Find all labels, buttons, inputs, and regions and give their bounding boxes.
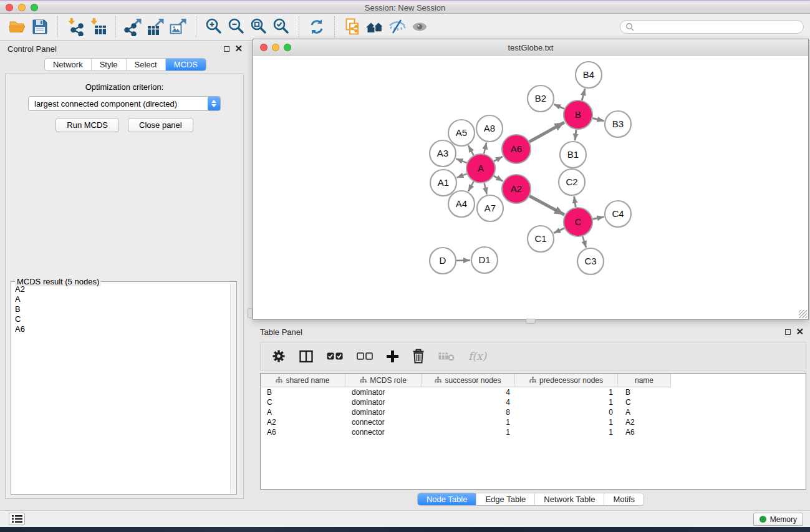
table-row[interactable]: Cdominator41C (261, 397, 806, 407)
network-node-A1[interactable]: A1 (430, 170, 456, 196)
table-cell[interactable]: B (618, 388, 671, 397)
network-edge-B-B2[interactable] (554, 104, 564, 109)
refresh-view-button[interactable] (306, 16, 328, 38)
column-header-predecessor-nodes[interactable]: predecessor nodes (515, 374, 618, 387)
column-header-successor-nodes[interactable]: successor nodes (422, 374, 515, 387)
table-cell[interactable]: A (618, 408, 671, 417)
open-session-button[interactable] (6, 16, 29, 38)
vertical-splitter-grip[interactable] (248, 308, 253, 318)
tab-mcds[interactable]: MCDS (165, 59, 206, 70)
import-network-button[interactable] (64, 16, 87, 38)
network-canvas[interactable]: B4B2BB3B1A5A8A3A6AA1A2A4A7C2CC4C1C3DD1 (253, 56, 808, 319)
mcds-list-scrollbar[interactable] (230, 283, 236, 493)
table-cell[interactable]: A (261, 408, 345, 417)
save-session-button[interactable] (29, 16, 51, 38)
network-node-C[interactable]: C (564, 208, 592, 236)
close-panel-button[interactable]: Close panel (128, 118, 193, 132)
tab-edge-table[interactable]: Edge Table (476, 493, 534, 505)
table-cell[interactable]: 1 (515, 428, 618, 437)
column-header-shared-name[interactable]: shared name (261, 374, 345, 387)
zoom-out-button[interactable] (225, 16, 248, 38)
network-edge-C-C3[interactable] (582, 236, 586, 248)
network-edge-B-B1[interactable] (575, 130, 576, 140)
tab-select[interactable]: Select (126, 59, 165, 70)
tab-network[interactable]: Network (45, 59, 91, 70)
table-cell[interactable]: A6 (618, 428, 671, 437)
mcds-result-item[interactable]: A6 (15, 324, 229, 334)
table-cell[interactable]: 1 (422, 418, 515, 427)
table-cell[interactable]: 4 (422, 398, 515, 407)
tab-network-table[interactable]: Network Table (534, 493, 604, 505)
table-cell[interactable]: 1 (422, 428, 515, 437)
table-cell[interactable]: dominator (345, 408, 422, 417)
column-header-name[interactable]: name (618, 374, 671, 387)
table-cell[interactable]: C (618, 398, 671, 407)
table-row[interactable]: Bdominator41B (261, 387, 806, 397)
zoom-selected-button[interactable] (270, 16, 292, 38)
network-edge-C-C2[interactable] (574, 196, 576, 208)
close-panel-icon[interactable]: ✕ (796, 329, 804, 335)
table-cell[interactable]: 1 (515, 398, 618, 407)
export-image-button[interactable] (167, 16, 190, 38)
network-node-C2[interactable]: C2 (559, 169, 585, 195)
table-cell[interactable]: A2 (261, 418, 345, 427)
split-panel-button[interactable] (299, 347, 313, 365)
network-window-titlebar[interactable]: testGlobe.txt (253, 39, 808, 56)
table-cell[interactable]: A2 (618, 418, 671, 427)
network-node-A7[interactable]: A7 (477, 195, 503, 221)
network-node-A6[interactable]: A6 (502, 135, 531, 163)
network-edge-A-A1[interactable] (457, 174, 467, 178)
show-all-button[interactable] (408, 16, 431, 38)
select-all-button[interactable] (327, 347, 343, 365)
mcds-result-item[interactable]: B (15, 304, 229, 314)
network-node-B[interactable]: B (564, 100, 592, 129)
network-edge-A-A7[interactable] (485, 183, 487, 194)
network-node-D1[interactable]: D1 (471, 247, 498, 273)
duplicate-network-button[interactable] (341, 16, 364, 38)
table-row[interactable]: A6connector11A6 (261, 427, 806, 437)
zoom-in-button[interactable] (203, 16, 225, 38)
table-cell[interactable]: C (261, 398, 345, 407)
network-node-C1[interactable]: C1 (528, 226, 554, 252)
mcds-result-item[interactable]: A (15, 294, 229, 304)
deselect-all-button[interactable] (357, 347, 373, 365)
table-cell[interactable]: A6 (261, 428, 345, 437)
table-settings-button[interactable] (272, 347, 286, 365)
column-header-MCDS-role[interactable]: MCDS role (345, 374, 422, 387)
network-node-A8[interactable]: A8 (476, 115, 503, 142)
network-node-C4[interactable]: C4 (605, 201, 631, 227)
zoom-fit-button[interactable] (248, 16, 270, 38)
network-node-B4[interactable]: B4 (576, 62, 602, 88)
table-cell[interactable]: dominator (345, 388, 422, 397)
import-table-button[interactable] (87, 16, 109, 38)
network-edge-A-A5[interactable] (468, 145, 474, 155)
network-edge-A-A6[interactable] (494, 157, 503, 162)
network-edge-C-C4[interactable] (593, 217, 604, 220)
task-history-button[interactable] (9, 513, 25, 525)
mcds-result-item[interactable]: A2 (15, 284, 229, 294)
optimization-criterion-select[interactable]: largest connected component (directed) (28, 96, 221, 111)
network-edge-A-A3[interactable] (456, 158, 466, 163)
float-panel-icon[interactable] (785, 329, 791, 335)
horizontal-splitter-grip[interactable] (526, 319, 536, 324)
table-cell[interactable]: dominator (345, 398, 422, 407)
network-edge-A-A8[interactable] (484, 143, 486, 154)
tab-style[interactable]: Style (91, 59, 126, 70)
network-edge-A-A4[interactable] (468, 181, 474, 191)
network-node-A5[interactable]: A5 (448, 120, 475, 146)
table-cell[interactable]: 8 (422, 408, 515, 417)
network-node-B1[interactable]: B1 (560, 142, 586, 168)
search-input[interactable] (637, 22, 798, 31)
network-edge-A2-C[interactable] (529, 196, 564, 215)
add-column-button[interactable] (387, 347, 398, 365)
table-cell[interactable]: 4 (422, 388, 515, 397)
table-cell[interactable]: 1 (515, 388, 618, 397)
memory-button[interactable]: Memory (753, 513, 803, 526)
network-edge-A6-B[interactable] (529, 122, 564, 142)
float-panel-icon[interactable] (224, 46, 229, 52)
network-node-D[interactable]: D (430, 248, 456, 274)
table-row[interactable]: A2connector11A2 (261, 417, 806, 427)
network-node-A[interactable]: A (466, 154, 495, 183)
home-layout-button[interactable] (364, 16, 386, 38)
table-cell[interactable]: 0 (515, 408, 618, 417)
